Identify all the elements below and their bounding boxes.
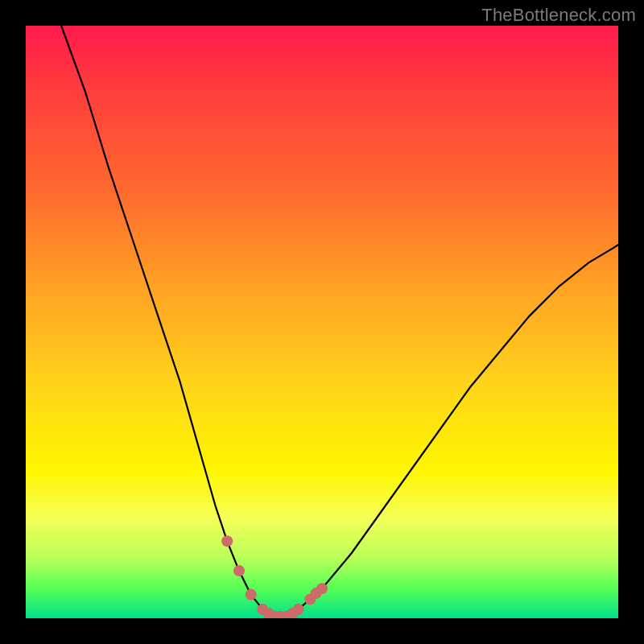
- bottleneck-curve: [61, 26, 618, 617]
- marker-dot: [246, 589, 257, 601]
- marker-dot: [293, 604, 304, 615]
- plot-area: [26, 26, 618, 618]
- marker-dot: [221, 535, 233, 547]
- marker-dot: [233, 565, 245, 576]
- curve-layer: [26, 26, 618, 618]
- chart-frame: TheBottleneck.com: [0, 0, 644, 644]
- marker-dot: [316, 583, 328, 594]
- highlight-dots: [221, 535, 328, 618]
- watermark-text: TheBottleneck.com: [481, 5, 636, 26]
